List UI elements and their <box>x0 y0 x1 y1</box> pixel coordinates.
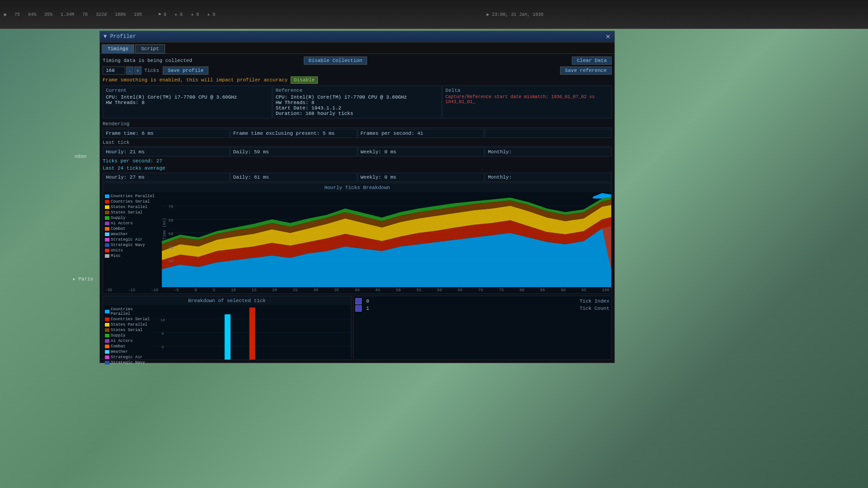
ticks-input[interactable] <box>103 66 125 75</box>
ticks-increment-button[interactable]: + <box>134 66 142 75</box>
legend-countries-parallel: Countries Parallel <box>105 194 160 199</box>
last-24-row: Hourly: 27 ms Daily: 61 ms Weekly: 0 ms … <box>103 173 612 182</box>
current-header: Current <box>106 88 269 93</box>
clear-data-button[interactable]: Clear Data <box>572 57 612 65</box>
stats-grid: Current CPU: Intel(R) Core(TM) i7-7700 C… <box>103 85 612 118</box>
legend-label-countries-serial: Countries Serial <box>111 199 150 204</box>
reference-cpu: CPU: Intel(R) Core(TM) i7-7700 CPU @ 3.6… <box>276 95 439 100</box>
tick-info-panel: 0 Tick Index 1 Tick Count <box>353 296 612 360</box>
reference-start-date: Start Date: 1943.1.1.2 <box>276 105 439 111</box>
ticks-decrement-button[interactable]: - <box>126 66 133 75</box>
profiler-close-button[interactable]: ✕ <box>605 33 611 40</box>
legend-supply: Supply <box>105 216 160 220</box>
legend-combat: Combat <box>105 227 160 231</box>
x-label-30: 30 <box>313 288 318 293</box>
tick-count-value: 1 <box>366 306 487 311</box>
delta-header: Delta <box>445 88 609 93</box>
tick-index-color <box>355 298 362 304</box>
x-label--5: -5 <box>174 288 179 293</box>
last-24-header: Last 24 ticks average <box>103 165 612 172</box>
x-axis-labels: -20 -15 -10 -5 0 5 10 15 20 25 30 35 40 … <box>103 287 611 294</box>
legend-label-states-serial: States Serial <box>111 210 142 215</box>
last-tick-hourly: Hourly: 21 ms <box>103 147 230 156</box>
frame-time-cell: Frame time: 6 ms <box>103 129 230 138</box>
hourly-chart: Hourly Ticks Breakdown Countries Paralle… <box>103 183 612 294</box>
x-label-70: 70 <box>478 288 483 293</box>
x-label--20: -20 <box>105 288 112 293</box>
svg-text:30: 30 <box>168 259 173 264</box>
breakdown-color-ai-actors <box>105 339 109 343</box>
legend-color-combat <box>105 227 109 231</box>
legend-label-countries-parallel: Countries Parallel <box>111 194 155 199</box>
breakdown-color-strategic-air <box>105 355 109 359</box>
breakdown-color-combat <box>105 345 109 348</box>
breakdown-label-combat: Combat <box>111 344 125 349</box>
last24-daily: Daily: 61 ms <box>230 173 357 182</box>
x-label-85: 85 <box>540 288 545 293</box>
legend-color-strategic-air <box>105 238 109 242</box>
legend-strategic-navy: Strategic Navy <box>105 243 160 247</box>
x-label-10: 10 <box>231 288 236 293</box>
timing-info-text: Timing data is being collected <box>103 58 300 63</box>
reference-header: Reference <box>276 88 439 93</box>
disable-collection-button[interactable]: Disable Collection <box>304 57 368 65</box>
x-label-65: 65 <box>458 288 462 293</box>
delta-mismatch: Capture/Reference start date mismatch: 1… <box>445 95 609 104</box>
legend-label-states-parallel: States Parallel <box>111 205 147 209</box>
legend-label-strategic-air: Strategic Air <box>111 237 142 242</box>
x-label-60: 60 <box>437 288 442 293</box>
x-label--10: -10 <box>151 288 158 293</box>
breakdown-label-ai-actors: Ai Actors <box>111 339 133 343</box>
reference-duration: Duration: 168 hourly ticks <box>276 111 439 116</box>
rendering-empty <box>485 129 612 138</box>
legend-misc: Misc <box>105 254 160 258</box>
breakdown-legend-strategic-air: Strategic Air <box>105 355 151 360</box>
tab-timings[interactable]: Timings <box>102 44 134 53</box>
breakdown-legend: Countries Parallel Countries Serial Stat… <box>103 305 153 360</box>
x-label-25: 25 <box>293 288 298 293</box>
top-hud: ◉ 75 84% 35% 1.34M 70 322d 100% 195 ⚑ 8 … <box>0 0 868 29</box>
legend-color-states-serial <box>105 211 109 214</box>
ticks-stepper: - + Ticks <box>103 66 159 75</box>
reference-hw-threads: HW Threads: 8 <box>276 100 439 105</box>
bottom-section: Breakdown of selected tick Countries Par… <box>103 296 612 360</box>
breakdown-chart: Breakdown of selected tick Countries Par… <box>103 296 351 360</box>
tab-script[interactable]: Script <box>135 44 165 53</box>
warning-text: Frame smoothing is enabled, this will im… <box>103 77 288 83</box>
legend-label-units: Units <box>111 248 123 253</box>
current-cell: Current CPU: Intel(R) Core(TM) i7-7700 C… <box>103 85 272 118</box>
ticks-per-second: Ticks per second: 27 <box>103 157 612 165</box>
save-profile-button[interactable]: Save profile <box>163 66 208 75</box>
frame-smoothing-disable-button[interactable]: Disable <box>291 76 318 84</box>
legend-label-misc: Misc <box>111 254 121 258</box>
tick-index-row: 0 Tick Index <box>355 298 609 304</box>
breakdown-legend-states-serial: States Serial <box>105 328 151 332</box>
hourly-chart-title: Hourly Ticks Breakdown <box>103 183 611 192</box>
x-label-100: 100 <box>602 288 609 293</box>
breakdown-legend-states-parallel: States Parallel <box>105 322 151 327</box>
last24-hourly: Hourly: 27 ms <box>103 173 230 182</box>
svg-text:Time (ms): Time (ms) <box>162 218 167 240</box>
current-cpu: CPU: Intel(R) Core(TM) i7-7700 CPU @ 3.6… <box>106 95 269 100</box>
legend-states-serial: States Serial <box>105 210 160 215</box>
breakdown-plot[interactable]: 10 8 6 <box>153 305 351 360</box>
tick-index-value: 0 <box>366 298 487 304</box>
hourly-chart-plot[interactable]: 70 60 50 40 30 20 10 Time (ms) <box>162 192 611 287</box>
breakdown-color-countries-serial <box>105 317 109 321</box>
breakdown-svg: 10 8 6 <box>153 305 351 360</box>
breakdown-legend-countries-serial: Countries Serial <box>105 317 151 322</box>
x-label-90: 90 <box>561 288 566 293</box>
save-reference-button[interactable]: Save reference <box>560 66 612 75</box>
legend-color-misc <box>105 254 109 258</box>
legend-label-weather: Weather <box>111 232 128 237</box>
last-tick-row: Hourly: 21 ms Daily: 59 ms Weekly: 0 ms … <box>103 147 612 156</box>
last24-weekly: Weekly: 0 ms <box>358 173 485 182</box>
legend-strategic-air: Strategic Air <box>105 237 160 242</box>
profiler-window: ▼ Profiler ✕ Timings Script Timing data … <box>99 31 615 363</box>
svg-text:10: 10 <box>160 318 165 322</box>
breakdown-label-weather: Weather <box>111 350 128 354</box>
legend-states-parallel: States Parallel <box>105 205 160 209</box>
legend-color-weather <box>105 232 109 236</box>
control-row-1: Timing data is being collected Disable C… <box>103 57 612 65</box>
breakdown-color-countries-parallel <box>105 310 109 313</box>
